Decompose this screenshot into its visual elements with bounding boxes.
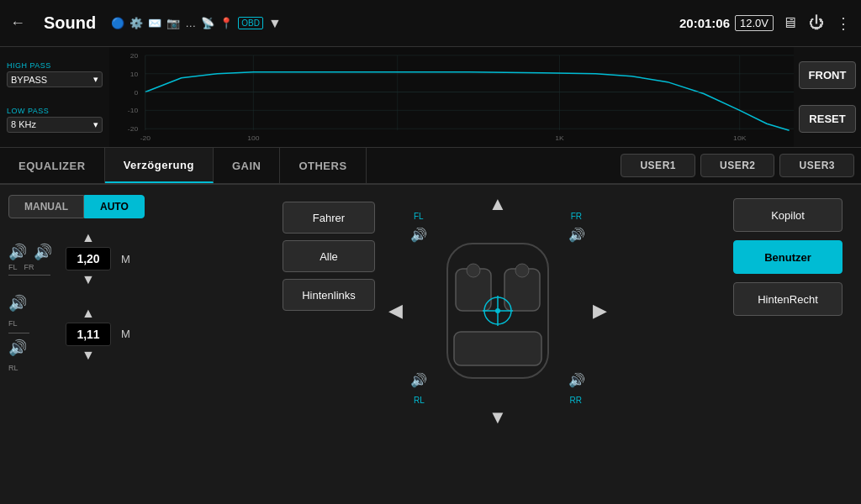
delay-up-1[interactable]: ▲ — [78, 230, 98, 245]
svg-text:1K: 1K — [555, 134, 564, 142]
speaker-fl2-icon: 🔊 — [8, 294, 27, 312]
mode-toggle: MANUAL AUTO — [8, 195, 261, 218]
obd-badge: OBD — [238, 17, 263, 29]
car-diagram: FL FR RL RR 🔊 🔊 🔊 🔊 ▲ ▼ ◀ ▶ — [388, 193, 607, 428]
tab-equalizer[interactable]: EQUALIZER — [0, 148, 105, 183]
svg-point-28 — [467, 264, 480, 277]
nav-up-button[interactable]: ▲ — [489, 193, 507, 215]
cast-icon: 📡 — [201, 17, 214, 29]
delay-up-2[interactable]: ▲ — [78, 306, 98, 321]
clock: 20:01:06 — [679, 16, 730, 30]
drive-icon: 🔵 — [111, 17, 124, 29]
tab-gain[interactable]: GAIN — [214, 148, 281, 183]
rr-position-label: RR — [570, 396, 582, 405]
rl-position-label: RL — [414, 396, 425, 405]
location-icon: 📍 — [219, 17, 233, 29]
fl-position-label: FL — [414, 212, 424, 221]
back-button[interactable]: ← — [7, 13, 29, 34]
delay-controls-2: ▲ 1,11 ▼ — [66, 306, 111, 363]
high-pass-label: HIGH PASS — [7, 61, 103, 70]
hintenrecht-button[interactable]: HintenRecht — [733, 282, 843, 316]
svg-text:10K: 10K — [733, 134, 747, 142]
more-dots-icon: … — [185, 17, 196, 29]
tab-others[interactable]: OTHERS — [280, 148, 366, 183]
power-button[interactable]: ⏻ — [806, 13, 827, 34]
delay-row-1: 🔊 🔊 FL FR ▲ 1,20 ▼ M — [8, 230, 261, 287]
svg-text:100: 100 — [247, 134, 260, 142]
rr-speaker-icon[interactable]: 🔊 — [568, 372, 585, 388]
left-panel: MANUAL AUTO 🔊 🔊 FL FR ▲ — [0, 185, 269, 504]
svg-text:-10: -10 — [128, 108, 139, 115]
tab-user3[interactable]: USER3 — [779, 154, 854, 177]
tab-user2[interactable]: USER2 — [700, 154, 775, 177]
eq-area: HIGH PASS BYPASS▾ LOW PASS 8 KHz▾ — [0, 47, 861, 148]
page-title: Sound — [44, 13, 96, 33]
delay-unit-1: M — [121, 253, 130, 265]
svg-text:-20: -20 — [140, 134, 151, 142]
battery-indicator: 12.0V — [735, 15, 774, 31]
delay-down-2[interactable]: ▼ — [78, 348, 98, 363]
low-pass-filter: LOW PASS 8 KHz▾ — [7, 107, 103, 133]
main-content: MANUAL AUTO 🔊 🔊 FL FR ▲ — [0, 185, 861, 504]
delay-controls-1: ▲ 1,20 ▼ — [66, 230, 111, 287]
high-pass-filter: HIGH PASS BYPASS▾ — [7, 61, 103, 87]
action-buttons: Fahrer Alle Hintenlinks — [283, 202, 375, 311]
delay-value-1: 1,20 — [66, 247, 111, 270]
more-menu-button[interactable]: ⋮ — [832, 13, 854, 34]
alle-button[interactable]: Alle — [283, 240, 375, 272]
svg-point-27 — [495, 308, 500, 313]
nav-left-button[interactable]: ◀ — [388, 300, 403, 322]
fl-label-2: FL — [8, 319, 18, 328]
high-pass-select[interactable]: BYPASS▾ — [7, 71, 103, 87]
tab-user1[interactable]: USER1 — [621, 154, 695, 177]
front-button[interactable]: FRONT — [799, 61, 856, 89]
delay-row-2: 🔊 FL 🔊 RL ▲ 1,11 ▼ — [8, 294, 261, 374]
speaker-fr-icon: 🔊 — [34, 243, 52, 261]
delay-rows: 🔊 🔊 FL FR ▲ 1,20 ▼ M — [8, 230, 261, 374]
low-pass-label: LOW PASS — [7, 107, 103, 115]
top-bar: ← Sound 🔵 ⚙️ ✉️ 📷 … 📡 📍 OBD ▼ 20:01:06 1… — [0, 0, 861, 47]
speaker-group-fl-fr: 🔊 🔊 FL FR — [8, 243, 59, 276]
benutzer-button[interactable]: Benutzer — [733, 240, 843, 274]
wifi-icon: ▼ — [268, 16, 282, 31]
speaker-rl-icon: 🔊 — [8, 339, 27, 357]
user-tabs: USER1 USER2 USER3 — [619, 148, 861, 183]
center-panel: Fahrer Alle Hintenlinks FL FR RL RR 🔊 🔊 … — [269, 185, 726, 504]
svg-rect-23 — [454, 332, 541, 365]
fahrer-button[interactable]: Fahrer — [283, 202, 375, 234]
delay-value-2: 1,11 — [66, 323, 111, 346]
svg-text:-20: -20 — [128, 125, 139, 133]
svg-text:20: 20 — [130, 52, 139, 60]
display-icon: 🖥 — [779, 13, 800, 34]
right-panel: Kopilot Benutzer HintenRecht — [726, 185, 861, 504]
eq-chart: 20 10 0 -10 -20 -20 100 1K 10K — [109, 47, 794, 147]
nav-down-button[interactable]: ▼ — [489, 407, 507, 428]
tab-delay[interactable]: Verzögerung — [105, 148, 214, 183]
fr-position-label: FR — [571, 212, 582, 221]
eq-filter-controls: HIGH PASS BYPASS▾ LOW PASS 8 KHz▾ — [0, 47, 109, 147]
fl-label-1: FL — [8, 263, 18, 271]
reset-button[interactable]: RESET — [799, 105, 856, 133]
delay-down-1[interactable]: ▼ — [78, 272, 98, 287]
svg-text:10: 10 — [130, 71, 139, 78]
tab-bar: EQUALIZER Verzögerung GAIN OTHERS USER1 … — [0, 148, 861, 185]
fl-speaker-icon[interactable]: 🔊 — [410, 227, 427, 243]
status-icons: 🔵 ⚙️ ✉️ 📷 … 📡 📍 OBD ▼ — [111, 16, 282, 31]
nav-right-button[interactable]: ▶ — [593, 300, 607, 322]
rl-speaker-icon[interactable]: 🔊 — [410, 372, 427, 388]
speaker-group-fl-rl: 🔊 FL 🔊 RL — [8, 294, 59, 374]
eq-action-buttons: FRONT RESET — [794, 47, 861, 147]
kopilot-button[interactable]: Kopilot — [733, 198, 843, 232]
svg-point-29 — [515, 264, 529, 277]
fr-speaker-icon[interactable]: 🔊 — [568, 227, 585, 243]
camera-icon: 📷 — [166, 17, 180, 29]
auto-mode-button[interactable]: AUTO — [84, 195, 145, 218]
low-pass-select[interactable]: 8 KHz▾ — [7, 117, 103, 133]
fr-label-1: FR — [24, 263, 34, 271]
hintenlinks-button[interactable]: Hintenlinks — [283, 279, 375, 311]
mail-icon: ✉️ — [148, 17, 161, 29]
delay-unit-2: M — [121, 328, 130, 340]
manual-mode-button[interactable]: MANUAL — [8, 195, 84, 218]
svg-text:0: 0 — [135, 89, 139, 97]
speaker-fl-icon: 🔊 — [8, 243, 27, 261]
